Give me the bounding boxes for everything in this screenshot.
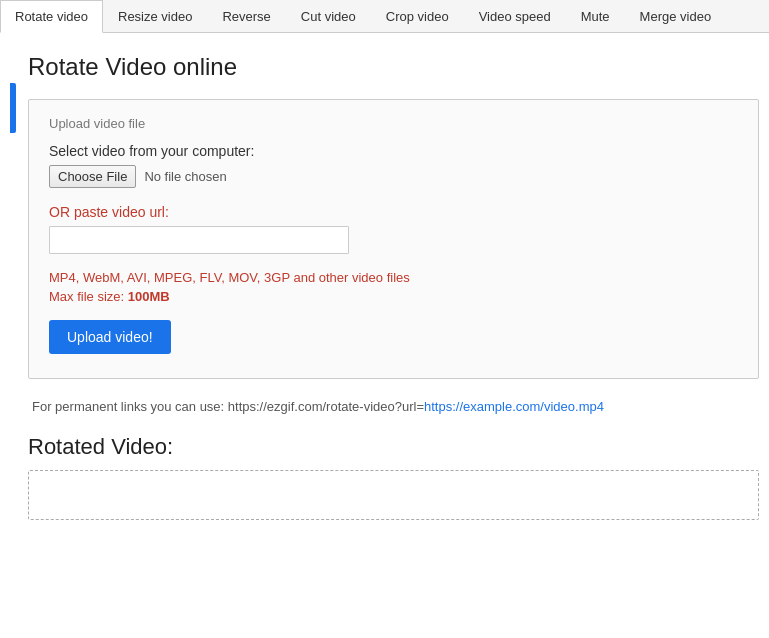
max-size-value: 100MB (128, 289, 170, 304)
sidebar-accent (10, 53, 18, 520)
tab-mute[interactable]: Mute (566, 0, 625, 32)
file-input-row: Choose File No file chosen (49, 165, 738, 188)
upload-box-title: Upload video file (49, 116, 738, 131)
main-content: Rotate Video online Upload video file Se… (0, 33, 769, 540)
tab-rotate[interactable]: Rotate video (0, 0, 103, 33)
upload-button[interactable]: Upload video! (49, 320, 171, 354)
permalink-prefix: For permanent links you can use: https:/… (32, 399, 424, 414)
choose-file-button[interactable]: Choose File (49, 165, 136, 188)
max-size-prefix: Max file size: (49, 289, 128, 304)
tab-reverse[interactable]: Reverse (207, 0, 285, 32)
page-area: Rotate Video online Upload video file Se… (28, 53, 759, 520)
rotated-video-title: Rotated Video: (28, 434, 759, 460)
tab-cut[interactable]: Cut video (286, 0, 371, 32)
or-paste-label: OR paste video url: (49, 204, 738, 220)
url-input[interactable] (49, 226, 349, 254)
select-label: Select video from your computer: (49, 143, 738, 159)
tab-crop[interactable]: Crop video (371, 0, 464, 32)
rotated-video-placeholder (28, 470, 759, 520)
tab-merge[interactable]: Merge video (625, 0, 727, 32)
no-file-label: No file chosen (144, 169, 226, 184)
tab-speed[interactable]: Video speed (464, 0, 566, 32)
permalink-url[interactable]: https://example.com/video.mp4 (424, 399, 604, 414)
permalink-info: For permanent links you can use: https:/… (28, 399, 759, 414)
formats-text: MP4, WebM, AVI, MPEG, FLV, MOV, 3GP and … (49, 270, 738, 285)
page-title: Rotate Video online (28, 53, 759, 81)
tab-bar: Rotate videoResize videoReverseCut video… (0, 0, 769, 33)
tab-resize[interactable]: Resize video (103, 0, 207, 32)
upload-box: Upload video file Select video from your… (28, 99, 759, 379)
max-size-text: Max file size: 100MB (49, 289, 738, 304)
sidebar-blue-bar (10, 83, 16, 133)
